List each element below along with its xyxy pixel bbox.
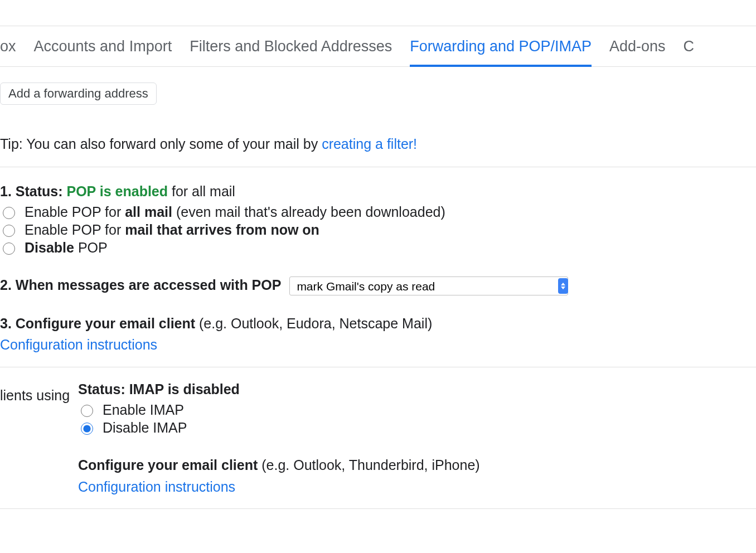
forwarding-section: Add a forwarding address Tip: You can al…: [0, 67, 756, 167]
imap-disable-label: Disable IMAP: [103, 420, 187, 436]
pop-action-select[interactable]: keep Gmail's copy in the Inboxmark Gmail…: [289, 276, 568, 295]
label-pre: Enable POP for: [25, 204, 125, 220]
pop-action-select-wrap: keep Gmail's copy in the Inboxmark Gmail…: [289, 276, 568, 295]
label-bold: Disable: [25, 240, 74, 255]
pop-disable-label: Disable POP: [25, 240, 108, 256]
pop-enable-all-radio[interactable]: [3, 207, 15, 219]
forwarding-tip: Tip: You can also forward only some of y…: [0, 136, 756, 152]
pop-status-line: 1. Status: POP is enabled for all mail: [0, 181, 756, 202]
tab-forwarding-pop-imap[interactable]: Forwarding and POP/IMAP: [401, 26, 600, 66]
pop-step3-bold: 3. Configure your email client: [0, 316, 195, 331]
add-forwarding-address-button[interactable]: Add a forwarding address: [0, 83, 157, 105]
top-gap: [0, 0, 756, 26]
tab-chat-partial[interactable]: C: [675, 26, 695, 66]
imap-status-line: Status: IMAP is disabled: [78, 379, 756, 400]
label-post: POP: [74, 240, 108, 255]
tab-label: ox: [0, 38, 16, 55]
imap-access-section: lients using Status: IMAP is disabled En…: [0, 367, 756, 509]
pop-enable-all-option[interactable]: Enable POP for all mail (even mail that'…: [0, 204, 756, 220]
imap-aside-fragment: lients using: [0, 387, 70, 404]
imap-enable-label: Enable IMAP: [103, 402, 184, 418]
tab-label: Filters and Blocked Addresses: [190, 38, 392, 55]
pop-step2-label: 2. When messages are accessed with POP: [0, 277, 281, 293]
pop-config-link-row: Configuration instructions: [0, 334, 756, 356]
label-bold: mail that arrives from now on: [125, 222, 319, 237]
pop-status-value: POP is enabled: [66, 183, 168, 199]
imap-config-link-row: Configuration instructions: [78, 476, 756, 498]
pop-step2-row: 2. When messages are accessed with POP k…: [0, 274, 756, 296]
create-filter-link[interactable]: creating a filter!: [322, 136, 417, 152]
pop-step3-paren: (e.g. Outlook, Eudora, Netscape Mail): [195, 316, 432, 331]
pop-status-suffix: for all mail: [168, 183, 235, 199]
imap-disable-option[interactable]: Disable IMAP: [78, 420, 756, 436]
pop-enable-now-option[interactable]: Enable POP for mail that arrives from no…: [0, 222, 756, 238]
tab-label: Add-ons: [609, 38, 666, 55]
tab-label: C: [684, 38, 695, 55]
label-post: (even mail that's already been downloade…: [172, 204, 445, 220]
imap-configuration-instructions-link[interactable]: Configuration instructions: [78, 479, 235, 494]
tip-text: Tip: You can also forward only some of y…: [0, 136, 322, 152]
pop-enable-all-label: Enable POP for all mail (even mail that'…: [25, 204, 445, 220]
imap-configure-bold: Configure your email client: [78, 457, 258, 473]
label-bold: all mail: [125, 204, 172, 220]
pop-disable-option[interactable]: Disable POP: [0, 240, 756, 256]
imap-enable-option[interactable]: Enable IMAP: [78, 402, 756, 418]
tab-label: Accounts and Import: [34, 38, 172, 55]
pop-status-prefix: 1. Status:: [0, 183, 66, 199]
pop-enable-now-radio[interactable]: [3, 225, 15, 237]
pop-disable-radio[interactable]: [3, 242, 15, 255]
pop-enable-now-label: Enable POP for mail that arrives from no…: [25, 222, 319, 238]
pop-step3-row: 3. Configure your email client (e.g. Out…: [0, 313, 756, 334]
pop-download-section: 1. Status: POP is enabled for all mail E…: [0, 167, 756, 367]
tab-label: Forwarding and POP/IMAP: [410, 38, 592, 55]
tab-accounts-and-import[interactable]: Accounts and Import: [25, 26, 181, 66]
pop-configuration-instructions-link[interactable]: Configuration instructions: [0, 337, 157, 352]
imap-configure-paren: (e.g. Outlook, Thunderbird, iPhone): [258, 457, 479, 473]
imap-enable-radio[interactable]: [81, 405, 93, 417]
imap-content: Status: IMAP is disabled Enable IMAP Dis…: [0, 379, 756, 497]
settings-page: ox Accounts and Import Filters and Block…: [0, 0, 756, 509]
tab-filters-and-blocked[interactable]: Filters and Blocked Addresses: [181, 26, 401, 66]
tab-addons[interactable]: Add-ons: [600, 26, 675, 66]
imap-configure-row: Configure your email client (e.g. Outloo…: [78, 454, 756, 476]
imap-disable-radio[interactable]: [81, 423, 93, 435]
settings-tab-bar: ox Accounts and Import Filters and Block…: [0, 26, 756, 67]
label-pre: Enable POP for: [25, 222, 125, 237]
tab-inbox-partial[interactable]: ox: [0, 26, 25, 66]
